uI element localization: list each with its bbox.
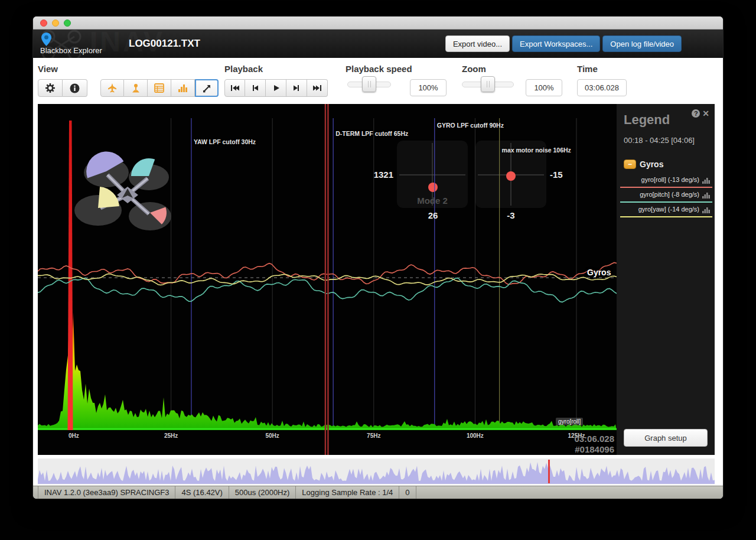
craft-plane-icon bbox=[107, 83, 118, 93]
toolbar: View Playback Playback speed Zoom Time bbox=[33, 58, 723, 104]
view-section-label: View bbox=[38, 64, 58, 74]
skip-to-end-icon bbox=[312, 84, 322, 92]
close-window-button[interactable] bbox=[40, 19, 47, 27]
app-name: Blackbox Explorer bbox=[40, 46, 102, 55]
graph-setup-button[interactable]: Graph setup bbox=[624, 429, 708, 447]
time-section-label: Time bbox=[577, 64, 598, 74]
status-cell: 0 bbox=[399, 486, 416, 499]
legend-item-label: gyro[pitch] (-8 deg/s) bbox=[640, 191, 699, 198]
analyser-bars-icon bbox=[178, 83, 188, 93]
legend-items: gyro[roll] (-13 deg/s)gyro[pitch] (-8 de… bbox=[620, 174, 712, 218]
help-icon[interactable]: ? bbox=[692, 109, 700, 118]
toggle-sticks-button[interactable] bbox=[124, 79, 148, 97]
fullscreen-window-button[interactable] bbox=[64, 19, 71, 27]
header-buttons: Export video... Export Workspaces... Ope… bbox=[445, 35, 682, 52]
timeline-waveform bbox=[38, 458, 715, 484]
playback-section-label: Playback bbox=[224, 64, 263, 74]
zoom-slider[interactable] bbox=[462, 82, 514, 87]
play-icon bbox=[272, 84, 280, 92]
status-bar: INAV 1.2.0 (3ee3aa9) SPRACINGF34S (16.42… bbox=[33, 486, 723, 499]
toggle-analyser-button[interactable] bbox=[171, 79, 195, 97]
app-window: INAV Blackbox Explorer LOG00121.TXT Expo… bbox=[33, 17, 723, 499]
wave-gyro[yaw] bbox=[38, 274, 617, 285]
playback-speed-input[interactable] bbox=[410, 79, 447, 96]
export-workspaces-button[interactable]: Export Workspaces... bbox=[512, 35, 600, 52]
legend-panel: ? ✕ Legend 00:18 - 04:25 [04:06] − Gyros… bbox=[617, 104, 715, 455]
legend-group-label: Gyros bbox=[640, 160, 663, 169]
toggle-craft-button[interactable] bbox=[100, 79, 124, 97]
gear-icon bbox=[45, 83, 56, 93]
collapse-group-button[interactable]: − bbox=[624, 160, 636, 169]
joystick-icon bbox=[131, 83, 141, 93]
legend-item-label: gyro[yaw] (-14 deg/s) bbox=[638, 206, 699, 213]
spectrum-icon[interactable] bbox=[702, 207, 711, 213]
playback-controls bbox=[224, 79, 328, 97]
zoom-input[interactable] bbox=[526, 79, 562, 96]
wave-gyro[roll] bbox=[38, 262, 617, 284]
next-frame-button[interactable] bbox=[286, 79, 307, 97]
spectrum-icon[interactable] bbox=[702, 177, 711, 184]
next-frame-icon bbox=[292, 84, 301, 92]
legend-toolbar: ? ✕ bbox=[692, 109, 709, 118]
minimize-window-button[interactable] bbox=[52, 19, 59, 27]
settings-button[interactable] bbox=[38, 79, 63, 97]
craft-model bbox=[74, 151, 171, 230]
prev-frame-button[interactable] bbox=[245, 79, 266, 97]
legend-item[interactable]: gyro[yaw] (-14 deg/s) bbox=[620, 203, 712, 218]
previous-frame-icon bbox=[251, 84, 259, 92]
legend-item[interactable]: gyro[roll] (-13 deg/s) bbox=[620, 174, 712, 188]
close-legend-icon[interactable]: ✕ bbox=[702, 109, 709, 118]
legend-item[interactable]: gyro[pitch] (-8 deg/s) bbox=[620, 188, 712, 203]
status-cell: 4S (16.42V) bbox=[175, 486, 229, 499]
playhead-marker[interactable] bbox=[548, 460, 550, 483]
legend-item-color-bar bbox=[620, 187, 712, 188]
settings-button-group bbox=[38, 79, 87, 97]
legend-item-color-bar bbox=[620, 216, 712, 217]
legend-item-label: gyro[roll] (-13 deg/s) bbox=[641, 176, 699, 183]
jump-end-button[interactable] bbox=[307, 79, 328, 97]
gyro-spectrum-chart bbox=[38, 104, 715, 455]
values-table-icon bbox=[154, 83, 164, 93]
toggle-table-button[interactable] bbox=[148, 79, 171, 97]
expand-tool-icon bbox=[202, 83, 212, 93]
location-pin-icon bbox=[41, 32, 51, 46]
playback-speed-slider-handle[interactable] bbox=[362, 76, 376, 92]
playback-speed-section-label: Playback speed bbox=[346, 64, 412, 74]
view-toggle-group bbox=[100, 79, 219, 97]
jump-start-button[interactable] bbox=[224, 79, 245, 97]
playback-speed-slider[interactable] bbox=[347, 82, 391, 87]
legend-group-row: − Gyros bbox=[624, 160, 663, 169]
log-filename: LOG00121.TXT bbox=[129, 38, 200, 50]
spectrum-icon[interactable] bbox=[702, 192, 711, 199]
wave-gyro[pitch] bbox=[38, 278, 617, 302]
status-cell: INAV 1.2.0 (3ee3aa9) SPRACINGF3 bbox=[38, 486, 175, 499]
log-info-button[interactable] bbox=[63, 79, 87, 97]
log-time-range: 00:18 - 04:25 [04:06] bbox=[624, 136, 695, 145]
app-header: INAV Blackbox Explorer LOG00121.TXT Expo… bbox=[33, 30, 723, 58]
zoom-section-label: Zoom bbox=[462, 64, 486, 74]
legend-item-color-bar bbox=[620, 201, 712, 203]
play-button[interactable] bbox=[266, 79, 286, 97]
main-graph[interactable]: YAW LPF cutoff 30HzD-TERM LPF cutoff 65H… bbox=[38, 104, 715, 455]
zoom-slider-handle[interactable] bbox=[481, 76, 495, 92]
time-input[interactable] bbox=[577, 79, 627, 96]
timeline-scrubber[interactable] bbox=[38, 458, 715, 484]
skip-to-start-icon bbox=[230, 84, 240, 92]
status-cell: 500us (2000Hz) bbox=[229, 486, 296, 499]
status-cell: Logging Sample Rate : 1/4 bbox=[296, 486, 399, 499]
legend-title: Legend bbox=[624, 112, 670, 128]
open-log-button[interactable]: Open log file/video bbox=[602, 35, 682, 52]
analyser-fullscreen-button[interactable] bbox=[195, 79, 219, 97]
export-video-button[interactable]: Export video... bbox=[445, 35, 510, 52]
info-icon bbox=[70, 83, 80, 93]
